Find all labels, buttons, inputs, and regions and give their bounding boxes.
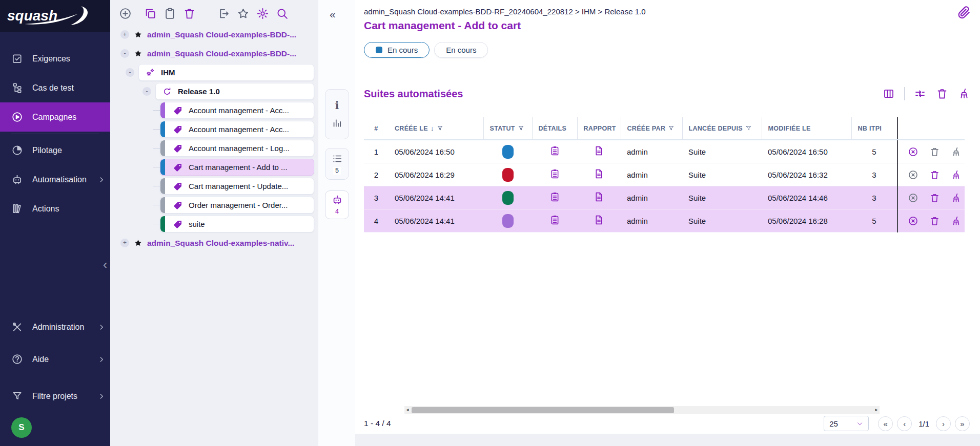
tree-project[interactable]: +admin_Squash Cloud-examples-BDD-... [110,26,314,43]
column-header-d-tails[interactable]: DÉTAILS [532,117,577,140]
copy-button[interactable] [144,7,157,20]
delete-row-button[interactable] [929,146,940,157]
scrollbar-thumb[interactable] [412,407,674,413]
clean-row-button[interactable] [951,146,962,157]
breadcrumb[interactable]: admin_Squash Cloud-examples-BDD-RF_20240… [364,7,980,16]
tree-expander[interactable]: - [126,68,134,77]
status-chip-0[interactable]: En cours [364,42,430,58]
tree-expander[interactable]: - [142,87,151,96]
panel-tab-robot[interactable]: 4 [325,190,349,219]
cell-details[interactable] [532,140,577,163]
sidebar-item-automatisation[interactable]: Automatisation [0,165,110,194]
panel-tab-info-chart[interactable]: i [325,89,349,139]
tree-suite-card[interactable]: Account management - Acc... [160,102,314,119]
table-row[interactable]: 405/06/2024 14:41adminSuite05/06/2024 16… [364,209,965,232]
avatar[interactable]: S [11,417,32,438]
column-header-modifi-e-le[interactable]: MODIFIÉE LE [762,117,851,140]
tree-suite-card[interactable]: Account management - Acc... [160,121,314,138]
tree-suite-card[interactable]: Cart management - Update... [160,178,314,195]
scroll-left-arrow[interactable]: ◄ [404,408,411,412]
filter-icon[interactable] [745,125,752,132]
column-header-rapport[interactable]: RAPPORT [577,117,621,140]
sidebar-item-campagnes[interactable]: Campagnes [0,102,110,132]
delete-button[interactable] [935,87,949,100]
clean-button[interactable] [957,87,971,100]
details-icon[interactable] [549,192,560,202]
first-page-button[interactable]: « [878,416,893,431]
delete-row-button[interactable] [929,216,940,226]
paperclip-icon[interactable] [956,4,972,22]
details-icon[interactable] [549,168,560,179]
column-header-statut[interactable]: STATUT [483,117,532,140]
clean-row-button[interactable] [951,169,962,180]
sidebar-item-filtre-projets[interactable]: Filtre projets [0,380,110,412]
filter-icon[interactable] [668,125,675,132]
report-icon[interactable] [594,168,604,179]
sidebar-item-pilotage[interactable]: Pilotage [0,136,110,165]
sidebar-collapse-icon[interactable]: ‹ [103,259,107,271]
scroll-right-arrow[interactable]: ► [873,408,880,412]
tree-suite-card[interactable]: suite [160,216,314,232]
horizontal-scrollbar[interactable]: ◄ ► [404,406,880,414]
page-size-select[interactable]: 25 [824,416,869,431]
tree-suite-card[interactable]: Account management - Log... [160,140,314,157]
tree-suite-card[interactable]: Cart management - Add to ... [160,159,314,176]
cell-details[interactable] [532,163,577,186]
details-icon[interactable] [549,145,560,156]
tree-expander[interactable]: + [120,239,129,247]
status-pill[interactable] [502,168,514,182]
squash-logo[interactable]: squash [0,0,110,32]
tree-expander[interactable]: + [120,30,129,39]
cancel-execution-button[interactable] [908,216,918,226]
report-icon[interactable] [594,145,604,156]
filter-icon[interactable] [437,125,443,132]
tree-project[interactable]: -admin_Squash Cloud-examples-BDD-... [110,45,314,62]
search-button[interactable] [275,7,289,20]
panel-tab-list[interactable]: 5 [325,148,349,180]
sidebar-item-exigences[interactable]: Exigences [0,44,110,73]
tree-project-label[interactable]: admin_Squash Cloud-examples-BDD-... [147,49,296,58]
favorite-button[interactable] [236,7,250,20]
cell-report[interactable] [577,163,621,186]
delete-row-button[interactable] [929,169,940,180]
tree-node-card[interactable]: IHM [138,64,314,81]
column-header-[interactable]: # [364,117,389,140]
report-icon[interactable] [594,192,604,202]
cell-status[interactable] [483,163,532,186]
status-chip-1[interactable]: En cours [434,42,488,58]
scrollbar-track[interactable] [411,406,873,414]
cell-report[interactable] [577,186,621,209]
previous-page-button[interactable]: ‹ [897,416,912,431]
column-header-nb-itpi[interactable]: NB ITPI [851,117,897,140]
paste-button[interactable] [163,7,177,20]
sidebar-item-aide[interactable]: Aide [0,343,110,375]
sidebar-item-actions[interactable]: Actions [0,194,110,223]
cell-details[interactable] [532,209,577,232]
tree-expander[interactable]: - [120,49,129,58]
tree-project-label[interactable]: admin_Squash Cloud-examples-BDD-... [147,30,296,39]
cell-details[interactable] [532,186,577,209]
delete-button[interactable] [182,7,196,20]
sidebar-item-cas-de-test[interactable]: Cas de test [0,73,110,102]
status-pill[interactable] [502,191,514,205]
columns-button[interactable] [882,87,895,100]
table-row[interactable]: 205/06/2024 16:29adminSuite05/06/2024 16… [364,163,965,186]
add-button[interactable] [118,7,132,20]
column-header-lanc-e-depuis[interactable]: LANCÉE DEPUIS [682,117,762,140]
cell-report[interactable] [577,209,621,232]
settings-button[interactable] [256,7,270,20]
tree-node-card[interactable]: Release 1.0 [155,83,314,100]
tune-button[interactable] [913,87,927,100]
sidebar-item-administration[interactable]: Administration [0,311,110,343]
column-header-cr-e-le[interactable]: CRÉÉE LE↓ [389,117,483,140]
collapse-panel-icon[interactable]: « [330,8,336,20]
delete-row-button[interactable] [929,193,940,203]
cell-report[interactable] [577,140,621,163]
column-header-cr-e-par[interactable]: CRÉÉE PAR [621,117,682,140]
next-page-button[interactable]: › [936,416,951,431]
cancel-execution-button[interactable] [908,193,918,203]
cell-status[interactable] [483,140,532,163]
clean-row-button[interactable] [951,216,962,226]
table-row[interactable]: 105/06/2024 16:50adminSuite05/06/2024 16… [364,140,965,163]
last-page-button[interactable]: » [955,416,970,431]
